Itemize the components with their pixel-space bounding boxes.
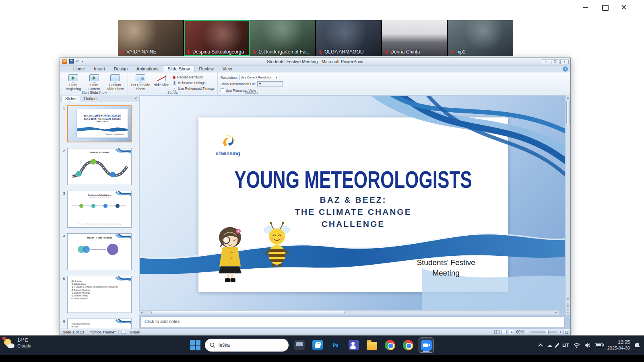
taskbar-icon-zoom[interactable] <box>419 338 433 352</box>
slide-title[interactable]: YOUNG METEOROLOGISTS <box>214 166 492 193</box>
taskbar-icon-file-explorer[interactable] <box>365 338 379 352</box>
zoom-tile-nip2[interactable]: nip2 <box>448 20 513 56</box>
taskbar-icon-chrome-2[interactable] <box>401 338 415 352</box>
language-indicator[interactable]: Greek <box>127 330 143 334</box>
scroll-left-icon[interactable]: ◄ <box>139 311 144 314</box>
show-presentation-on-dropdown[interactable] <box>257 81 283 86</box>
panel-close-icon[interactable]: ✕ <box>134 97 137 101</box>
battery-icon[interactable] <box>595 343 603 347</box>
etwinning-logo: eTwinning <box>211 128 245 162</box>
slide-sorter-view-icon[interactable] <box>502 330 507 334</box>
slideshow-view-icon[interactable] <box>509 330 514 334</box>
rehearse-timings-button[interactable]: Rehearse Timings <box>173 80 215 85</box>
tab-insert[interactable]: Insert <box>89 66 109 72</box>
monitor-play-icon <box>89 74 99 81</box>
muted-mic-icon <box>186 50 191 54</box>
zoom-tile-kindergarten[interactable]: 1st kindergarten of Far... <box>250 20 316 56</box>
taskbar-icon-store[interactable] <box>310 338 325 352</box>
ppt-window-buttons: – □ × <box>542 59 569 64</box>
powerpoint-titlebar[interactable]: P ↶ Students' Festive Meeting - Microsof… <box>60 58 570 66</box>
save-icon[interactable] <box>69 59 74 64</box>
thumb-bullet: 3 In Groups to enhance Interaction betwe… <box>71 286 130 288</box>
wifi-icon[interactable] <box>574 343 580 348</box>
language-switcher[interactable]: LIT <box>562 343 569 348</box>
ppt-close-icon[interactable]: × <box>560 59 569 64</box>
slide-thumbnail-2[interactable]: 2 Vertical Activities <box>61 148 137 185</box>
zoom-level[interactable]: 60% <box>516 330 524 334</box>
vertical-scroll-thumb[interactable] <box>566 101 570 124</box>
tab-view[interactable]: View <box>218 66 237 72</box>
ppt-minimize-icon[interactable]: – <box>542 59 550 64</box>
previous-slide-button[interactable]: ▲▲ <box>567 302 569 308</box>
slide-caption[interactable]: Students' Festive Meeting <box>406 257 486 278</box>
help-icon[interactable]: ? <box>563 66 568 72</box>
minimize-icon[interactable] <box>582 4 588 10</box>
slide-subtitle[interactable]: BAZ & BEEZ: THE CLIMATE CHANGE CHALLENGE <box>198 194 508 230</box>
search-text: leška <box>219 342 230 348</box>
start-button[interactable] <box>189 339 201 351</box>
volume-icon[interactable] <box>584 343 590 348</box>
powerpoint-app-icon[interactable]: P <box>62 59 67 64</box>
horizontal-scroll-thumb[interactable] <box>151 311 345 314</box>
zoom-slider[interactable] <box>530 331 557 333</box>
clock[interactable]: 12:05 2025-04-30 <box>607 339 630 351</box>
slide-thumbnail-5[interactable]: 5 24 Activities 9 Collaboratives 3 In Gr… <box>61 276 137 313</box>
search-input[interactable]: leška <box>205 339 289 352</box>
scroll-up-icon[interactable]: ▲ <box>567 95 570 100</box>
taskbar-icon-teams[interactable] <box>347 338 361 352</box>
participant-name: VAIDA NAINĖ <box>126 49 156 55</box>
undo-icon[interactable]: ↶ <box>76 59 79 64</box>
weather-widget[interactable]: 14°C Cloudy <box>3 337 31 349</box>
taskbar-icon-pc[interactable] <box>292 338 307 352</box>
close-icon[interactable] <box>621 4 627 10</box>
scroll-down-icon[interactable]: ▼ <box>567 297 570 302</box>
ppt-maximize-icon[interactable]: □ <box>551 59 559 64</box>
zoom-in-icon[interactable]: + <box>559 330 561 334</box>
maximize-icon[interactable] <box>601 4 608 10</box>
tab-outline[interactable]: Outline <box>80 96 100 102</box>
thumb-wave-decoration <box>77 126 128 132</box>
taskbar-icon-photoshop[interactable]: Ps <box>328 338 343 352</box>
thumbnail-image: Parents involvement 8 Polls <box>67 319 132 329</box>
zoom-out-icon[interactable]: − <box>526 330 528 334</box>
tray-expand-icon[interactable] <box>539 343 543 348</box>
tab-animations[interactable]: Animations <box>132 66 163 72</box>
tab-review[interactable]: Review <box>195 66 218 72</box>
normal-view-icon[interactable] <box>494 330 500 334</box>
slide-thumbnail-6[interactable]: 6 Parents involvement 8 Polls <box>61 319 137 329</box>
screen-letterbox <box>0 355 644 362</box>
notification-bell-icon[interactable] <box>634 342 640 348</box>
next-slide-button[interactable]: ▼▼ <box>567 308 569 315</box>
notes-pane[interactable]: Click to add notes <box>140 317 565 328</box>
resolution-dropdown[interactable]: Use Current Resolution <box>239 75 279 80</box>
slide-thumbnail-4[interactable]: 4 March - Final Product <box>61 233 137 270</box>
set-up-slide-show-button[interactable]: Set Up Slide Show <box>131 74 150 91</box>
theme-name[interactable]: "Office Theme" <box>87 330 119 334</box>
quick-access-caret-icon[interactable] <box>81 61 84 62</box>
slide-thumbnail-1[interactable]: 1 YOUNG METEOROLOGISTS BAZ & BEEZ: THE C… <box>61 105 137 142</box>
slide-thumbnail-3[interactable]: 3 Horizontal Activities Month and evalua… <box>61 191 137 228</box>
spellcheck-icon[interactable] <box>122 330 126 334</box>
tab-design[interactable]: Design <box>109 66 132 72</box>
tab-slide-show[interactable]: Slide Show <box>163 66 195 72</box>
zoom-tile-vaida[interactable]: VAIDA NAINĖ <box>118 20 184 56</box>
pen-input-icon[interactable] <box>555 343 559 347</box>
custom-slide-show-button[interactable]: Custom Slide Show <box>105 74 125 91</box>
slide-editing-canvas[interactable]: eTwinning YOUNG METEOROLOGISTS BAZ & BEE… <box>140 96 565 310</box>
zoom-tile-olga[interactable]: OLGA ARMAGOU <box>316 20 382 56</box>
zoom-slider-thumb[interactable] <box>546 330 549 334</box>
record-narration-button[interactable]: Record Narration <box>173 75 215 80</box>
zoom-tile-despina[interactable]: Despina Sakoulogeorga <box>184 20 250 56</box>
horizontal-scrollbar[interactable]: ◄ ► <box>139 310 559 315</box>
taskbar-icon-chrome[interactable] <box>383 338 397 352</box>
onedrive-cloud-icon[interactable]: ☁ <box>547 342 552 348</box>
tab-home[interactable]: Home <box>69 66 89 72</box>
ribbon-group-start-slide-show: From Beginning From Current Slide Custom… <box>61 72 128 95</box>
from-beginning-button[interactable]: From Beginning <box>64 74 83 91</box>
hide-slide-button[interactable]: Hide Slide <box>152 74 171 87</box>
fit-to-window-icon[interactable] <box>564 330 568 334</box>
vertical-scrollbar[interactable]: ▲ ▼ ▲▲ ▼▼ <box>565 95 570 315</box>
scroll-right-icon[interactable]: ► <box>554 311 559 314</box>
tab-slides[interactable]: Slides <box>61 96 80 102</box>
zoom-tile-dorina[interactable]: Dorina Chiriță <box>382 20 448 56</box>
